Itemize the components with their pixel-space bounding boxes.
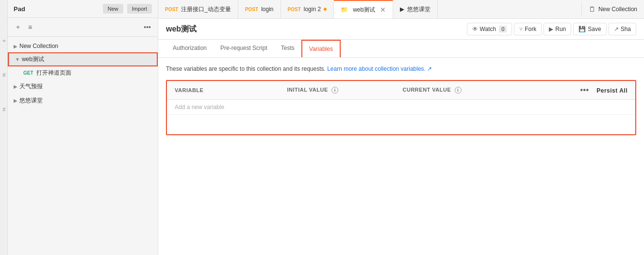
sub-tabs: Authorization Pre-request Script Tests V… bbox=[158, 40, 644, 58]
tab-name-login2: login 2 bbox=[304, 6, 321, 13]
tab-name-register: 注册接口_动态变量 bbox=[181, 5, 231, 14]
table-more-options[interactable]: ••• bbox=[578, 85, 591, 95]
current-value-cell-empty[interactable] bbox=[395, 100, 524, 115]
sidebar-item-weather[interactable]: ▶ 天气预报 bbox=[8, 80, 158, 94]
save-icon: 💾 bbox=[578, 26, 586, 32]
run-icon: ▶ bbox=[549, 26, 553, 32]
unsaved-dot bbox=[324, 8, 327, 11]
row-actions-cell bbox=[523, 100, 635, 115]
sub-tab-authorization[interactable]: Authorization bbox=[166, 40, 214, 57]
run-button[interactable]: ▶ Run bbox=[544, 23, 571, 35]
persist-all-label: Persist All bbox=[596, 87, 627, 94]
sub-tab-variables[interactable]: Variables bbox=[301, 40, 341, 57]
watch-label: Watch bbox=[480, 26, 496, 32]
tab-register[interactable]: POST 注册接口_动态变量 bbox=[158, 0, 238, 18]
main-area: POST 注册接口_动态变量 POST login POST login 2 bbox=[158, 0, 644, 255]
initial-value-cell-empty[interactable] bbox=[279, 100, 395, 115]
tab-login2[interactable]: POST login 2 bbox=[281, 0, 334, 18]
variables-info: These variables are specific to this col… bbox=[166, 65, 636, 72]
left-label-rs: rs bbox=[0, 107, 7, 112]
left-labels-panel: s ts rs bbox=[0, 0, 8, 255]
tab-name-web-test: web测试 bbox=[353, 6, 375, 14]
col-header-variable: VARIABLE bbox=[167, 81, 279, 100]
new-collection-icon: 🗒 bbox=[589, 5, 595, 13]
col-header-initial-value: INITIAL VALUE i bbox=[279, 81, 395, 100]
add-variable-cell[interactable]: Add a new variable bbox=[167, 100, 279, 115]
play-icon: ▶ bbox=[400, 6, 404, 13]
share-label: Sha bbox=[621, 26, 631, 32]
content-area: These variables are specific to this col… bbox=[158, 58, 644, 255]
add-icon-btn[interactable]: ＋ bbox=[14, 22, 22, 32]
table-body: Add a new variable bbox=[167, 100, 635, 134]
left-label-s: s bbox=[0, 39, 7, 43]
tab-bar: POST 注册接口_动态变量 POST login POST login 2 bbox=[158, 0, 644, 19]
new-collection-label: New Collection bbox=[598, 6, 637, 13]
sidebar-item-youyou[interactable]: ▶ 悠悠课堂 bbox=[8, 94, 158, 108]
variables-table: VARIABLE INITIAL VALUE i CURRENT VALUE i bbox=[167, 81, 635, 134]
page-title: web测试 bbox=[166, 24, 465, 34]
fork-button[interactable]: ⑂ Fork bbox=[514, 23, 542, 35]
share-button[interactable]: ↗ Sha bbox=[609, 23, 636, 35]
col-header-current-value: CURRENT VALUE i bbox=[395, 81, 524, 100]
tab-method-post-3: POST bbox=[288, 7, 301, 12]
table-header: VARIABLE INITIAL VALUE i CURRENT VALUE i bbox=[167, 81, 635, 100]
fork-label: Fork bbox=[525, 26, 536, 32]
add-variable-placeholder: Add a new variable bbox=[175, 104, 224, 111]
sidebar-actions: New Import bbox=[103, 4, 152, 14]
watch-count: 0 bbox=[499, 26, 507, 32]
sidebar-item-web-test[interactable]: ▼ web测试 bbox=[8, 52, 158, 66]
tab-web-test[interactable]: 📁 web测试 ✕ bbox=[334, 0, 393, 18]
fork-icon: ⑂ bbox=[519, 26, 523, 32]
sidebar-item-label: New Collection bbox=[19, 43, 58, 49]
import-button[interactable]: Import bbox=[127, 4, 152, 14]
tab-method-post-2: POST bbox=[245, 7, 258, 12]
sub-tab-pre-request[interactable]: Pre-request Script bbox=[214, 40, 274, 57]
variables-info-text: These variables are specific to this col… bbox=[166, 65, 326, 72]
chevron-right-icon-2: ▶ bbox=[14, 84, 17, 89]
tab-name-youyou: 悠悠课堂 bbox=[407, 5, 430, 14]
watch-button[interactable]: 👁 Watch 0 bbox=[467, 23, 512, 35]
chevron-down-icon: ▼ bbox=[15, 57, 20, 62]
save-label: Save bbox=[588, 26, 601, 32]
new-collection-btn[interactable]: 🗒 New Collection bbox=[581, 2, 644, 16]
sidebar-weather-label: 天气预报 bbox=[19, 82, 43, 91]
sidebar-header: Pad New Import bbox=[8, 0, 158, 18]
chevron-right-icon-3: ▶ bbox=[14, 98, 17, 103]
more-options-btn[interactable]: ••• bbox=[143, 22, 152, 32]
tab-youyou[interactable]: ▶ 悠悠课堂 bbox=[393, 0, 438, 18]
table-row-empty bbox=[167, 115, 635, 134]
action-toolbar: web测试 👁 Watch 0 ⑂ Fork ▶ Run bbox=[158, 19, 644, 40]
app-title: Pad bbox=[14, 5, 99, 13]
tab-login[interactable]: POST login bbox=[238, 0, 281, 18]
eye-icon: 👁 bbox=[472, 26, 478, 32]
info-icon-current: i bbox=[455, 87, 462, 94]
share-icon: ↗ bbox=[614, 26, 619, 32]
sub-tab-tests[interactable]: Tests bbox=[274, 40, 301, 57]
collection-icon: 📁 bbox=[341, 6, 348, 13]
sidebar-web-test-label: web测试 bbox=[22, 55, 44, 64]
info-icon-initial: i bbox=[331, 87, 338, 94]
tab-close-btn[interactable]: ✕ bbox=[380, 6, 386, 14]
run-label: Run bbox=[555, 26, 566, 32]
tab-name-login: login bbox=[261, 6, 273, 13]
tab-method-post-1: POST bbox=[165, 7, 178, 12]
method-tag-get: GET bbox=[23, 70, 33, 76]
sidebar-item-new-collection[interactable]: ▶ New Collection bbox=[8, 40, 158, 52]
empty-row-cell bbox=[167, 115, 635, 134]
variables-container: VARIABLE INITIAL VALUE i CURRENT VALUE i bbox=[166, 80, 636, 135]
sidebar-subitem-label: 打开禅道页面 bbox=[36, 69, 71, 77]
learn-more-link[interactable]: Learn more about collection variables. ↗ bbox=[327, 65, 432, 72]
sidebar-subitem-get-request[interactable]: GET 打开禅道页面 bbox=[8, 66, 158, 80]
col-header-actions: ••• Persist All bbox=[523, 81, 635, 100]
filter-icon-btn[interactable]: ≡ bbox=[27, 22, 33, 32]
chevron-right-icon: ▶ bbox=[14, 44, 17, 49]
left-label-ts: ts bbox=[0, 72, 7, 78]
table-row-add[interactable]: Add a new variable bbox=[167, 100, 635, 115]
sidebar-content: ▶ New Collection ▼ web测试 GET 打开禅道页面 bbox=[8, 37, 158, 255]
save-button[interactable]: 💾 Save bbox=[573, 23, 606, 35]
sidebar: Pad New Import ＋ ≡ ••• ▶ New Collection bbox=[8, 0, 158, 255]
sidebar-youyou-label: 悠悠课堂 bbox=[19, 96, 43, 105]
new-button[interactable]: New bbox=[103, 4, 123, 14]
